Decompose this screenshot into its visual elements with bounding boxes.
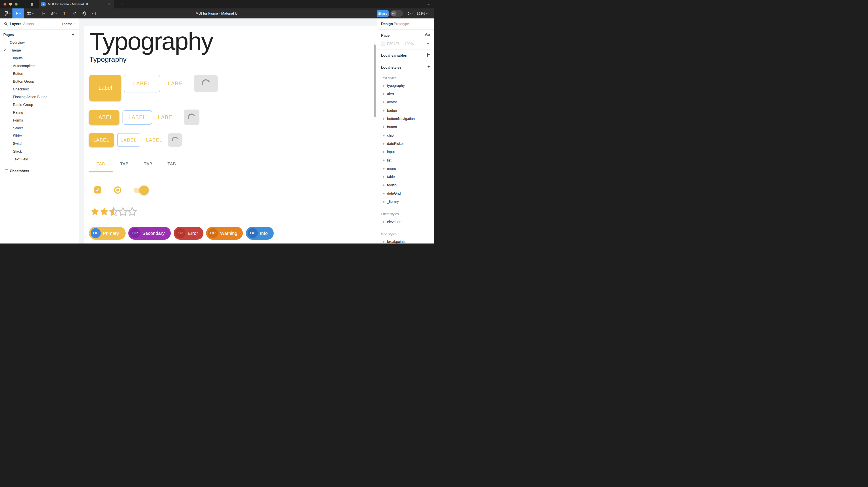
sidebar-item-button-group[interactable]: Button Group	[0, 77, 79, 85]
resources-tool-button[interactable]	[70, 8, 79, 19]
sidebar-item-inputs[interactable]: ↓Inputs	[0, 54, 79, 62]
star-empty-icon[interactable]	[127, 207, 137, 217]
text-button-small[interactable]: LABEL	[144, 133, 165, 147]
mui-tab-active[interactable]: TAB	[89, 159, 113, 169]
share-button[interactable]: Share	[377, 10, 389, 17]
chip-warning[interactable]: OP Warning	[206, 227, 243, 240]
tab-prototype[interactable]: Prototype	[394, 19, 409, 30]
outlined-button-medium[interactable]: LABEL	[123, 110, 152, 125]
overflow-menu-icon[interactable]: ⋯	[427, 0, 431, 8]
disclosure-triangle-icon[interactable]	[383, 201, 385, 203]
main-menu-button[interactable]	[3, 8, 12, 19]
loading-button-medium[interactable]	[184, 109, 199, 125]
tab-assets[interactable]: Assets	[23, 19, 34, 30]
contained-button-large[interactable]: Label	[89, 75, 121, 101]
sidebar-item-slider[interactable]: Slider	[0, 132, 79, 140]
sidebar-item-radio-group[interactable]: Radio Group	[0, 101, 79, 109]
star-full-icon[interactable]	[90, 207, 100, 217]
variables-filter-icon[interactable]	[427, 53, 430, 58]
active-file-tab[interactable]: MUI for Figma - Material UI ✕	[39, 0, 114, 8]
design-canvas[interactable]: Typography Typography Label LABEL LABEL …	[79, 19, 377, 244]
star-full-icon[interactable]	[99, 207, 109, 217]
zoom-menu-button[interactable]: 163%	[417, 8, 428, 19]
sidebar-item-overview[interactable]: Overview	[0, 39, 79, 46]
disclosure-triangle-icon[interactable]	[383, 221, 385, 223]
canvas-scrollbar[interactable]	[374, 44, 376, 117]
star-half-icon[interactable]	[109, 207, 119, 217]
text-tool-button[interactable]: T	[60, 8, 68, 19]
eye-hidden-icon[interactable]	[426, 42, 430, 46]
text-style-library[interactable]: _library	[377, 198, 434, 205]
sidebar-item-rating[interactable]: Rating	[0, 109, 79, 117]
disclosure-triangle-icon[interactable]	[383, 176, 385, 178]
checkbox-checked[interactable]: ✓	[94, 186, 101, 194]
text-style-menu[interactable]: menu	[377, 165, 434, 172]
grid-style-breakpoints[interactable]: breakpoints	[377, 238, 434, 244]
sidebar-item-theme[interactable]: ✓Theme	[0, 46, 79, 54]
sidebar-item-text-field[interactable]: Text Field	[0, 155, 79, 163]
mui-tab-2[interactable]: TAB	[113, 159, 136, 169]
disclosure-triangle-icon[interactable]	[383, 159, 385, 162]
text-button-medium[interactable]: LABEL	[156, 110, 178, 125]
contained-button-small[interactable]: LABEL	[89, 133, 114, 147]
sidebar-item-stack[interactable]: Stack	[0, 148, 79, 155]
loading-button-large[interactable]	[194, 75, 218, 92]
text-button-large[interactable]: LABEL	[166, 75, 188, 92]
loading-button-small[interactable]	[168, 133, 182, 147]
disclosure-triangle-icon[interactable]	[383, 134, 385, 137]
disclosure-triangle-icon[interactable]	[383, 143, 385, 145]
move-tool-button[interactable]	[12, 8, 24, 19]
traffic-minimize-button[interactable]	[9, 3, 12, 5]
disclosure-triangle-icon[interactable]	[383, 151, 385, 153]
page-color-hex[interactable]: F3F4F6	[387, 42, 400, 46]
disclosure-triangle-icon[interactable]	[383, 109, 385, 112]
disclosure-triangle-icon[interactable]	[383, 101, 385, 103]
cheatsheet-button[interactable]: Cheatsheet	[0, 167, 79, 175]
pen-tool-button[interactable]	[49, 8, 59, 19]
text-style-list[interactable]: list	[377, 157, 434, 164]
text-style-table[interactable]: table	[377, 173, 434, 180]
chip-info[interactable]: OP Info	[246, 227, 274, 240]
star-empty-icon[interactable]	[118, 207, 128, 217]
search-icon[interactable]	[4, 22, 8, 26]
chip-error[interactable]: OP Error	[174, 227, 204, 240]
outlined-button-small[interactable]: LABEL	[117, 133, 140, 147]
chip-secondary[interactable]: OP Secondary	[128, 227, 171, 240]
text-style-bottomnavigation[interactable]: bottomNavigation	[377, 116, 434, 122]
present-button[interactable]	[407, 8, 413, 19]
sidebar-item-floating-action-button[interactable]: Floating Action Button	[0, 93, 79, 101]
comment-tool-button[interactable]	[90, 8, 98, 19]
styles-icon[interactable]	[425, 33, 430, 38]
disclosure-triangle-icon[interactable]	[383, 118, 385, 120]
text-style-datagrid[interactable]: dataGrid	[377, 190, 434, 197]
mui-tab-4[interactable]: TAB	[160, 159, 184, 169]
outlined-button-large[interactable]: LABEL	[124, 75, 160, 92]
add-page-button[interactable]: +	[72, 32, 74, 38]
disclosure-triangle-icon[interactable]	[383, 192, 385, 195]
new-tab-button[interactable]: +	[118, 0, 126, 8]
sidebar-item-select[interactable]: Select	[0, 124, 79, 132]
traffic-close-button[interactable]	[4, 3, 6, 5]
text-style-alert[interactable]: alert	[377, 91, 434, 97]
disclosure-triangle-icon[interactable]	[383, 85, 385, 87]
effect-style-elevation[interactable]: elevation	[377, 219, 434, 225]
tab-layers[interactable]: Layers	[10, 19, 21, 30]
disclosure-triangle-icon[interactable]	[383, 240, 385, 243]
home-button[interactable]	[25, 0, 39, 8]
text-style-tooltip[interactable]: tooltip	[377, 182, 434, 189]
text-style-badge[interactable]: badge	[377, 107, 434, 114]
text-style-input[interactable]: input	[377, 149, 434, 155]
sidebar-item-autocomplete[interactable]: Autocomplete	[0, 62, 79, 70]
traffic-zoom-button[interactable]	[15, 3, 18, 5]
chip-primary[interactable]: OP Primary	[89, 227, 126, 240]
page-color-swatch[interactable]	[381, 41, 385, 46]
hand-tool-button[interactable]	[80, 8, 89, 19]
shape-tool-button[interactable]	[37, 8, 47, 19]
page-color-opacity[interactable]: 100%	[405, 42, 414, 46]
tab-design[interactable]: Design	[381, 19, 393, 30]
page-switcher[interactable]: Theme	[62, 19, 75, 30]
radio-selected[interactable]	[114, 186, 121, 194]
dev-mode-toggle[interactable]: </>	[391, 10, 403, 17]
disclosure-triangle-icon[interactable]	[383, 126, 385, 128]
switch-thumb-on[interactable]	[140, 186, 149, 195]
